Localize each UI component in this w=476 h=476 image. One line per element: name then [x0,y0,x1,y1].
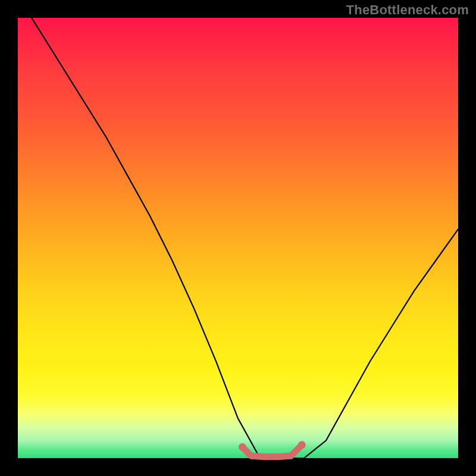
bottleneck-curve [18,0,458,458]
svg-point-1 [298,441,306,449]
svg-point-0 [239,443,246,451]
plot-area [18,18,458,458]
chart-svg [18,18,458,458]
optimal-range-marker [239,441,306,457]
chart-frame: TheBottleneck.com [0,0,476,476]
watermark-text: TheBottleneck.com [346,2,469,18]
